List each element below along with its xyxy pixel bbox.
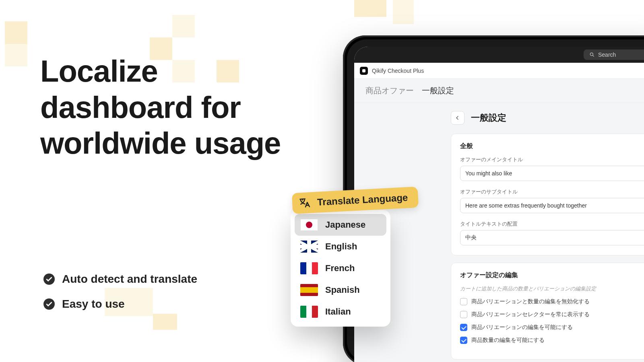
- feature-item: Easy to use: [43, 298, 197, 311]
- language-label: Japanese: [325, 220, 365, 230]
- breadcrumb-parent[interactable]: 商品オファー: [365, 85, 414, 96]
- checkbox-label: 商品バリエーションの編集を可能にする: [471, 324, 573, 331]
- offer-main-title-input[interactable]: [460, 166, 644, 181]
- flag-uk-icon: [300, 241, 318, 253]
- feature-item: Auto detect and translate: [43, 273, 197, 286]
- language-option-fr[interactable]: French: [295, 257, 386, 279]
- flag-es-icon: [300, 284, 318, 296]
- card-heading: 全般: [460, 142, 644, 150]
- language-picker: JapaneseEnglishFrenchSpanishItalian: [291, 210, 390, 327]
- back-button[interactable]: [451, 111, 464, 125]
- breadcrumb: 商品オファー 一般設定: [354, 79, 644, 103]
- checkbox[interactable]: [460, 337, 467, 344]
- checkbox-row[interactable]: 商品バリエーションの編集を可能にする: [460, 324, 644, 331]
- search-icon: [589, 52, 595, 58]
- language-option-it[interactable]: Italian: [295, 301, 386, 323]
- checkbox[interactable]: [460, 324, 467, 331]
- check-circle-icon: [43, 298, 55, 310]
- top-bar: Search: [354, 47, 644, 63]
- checkbox-label: 商品バリエーションと数量の編集を無効化する: [471, 298, 590, 305]
- card-heading: オファー設定の編集: [460, 271, 644, 280]
- general-settings-card: 全般 オファーのメインタイトル オファーのサブタイトル タイトルテキストの配置: [451, 134, 644, 255]
- checkbox[interactable]: [460, 311, 467, 318]
- search-placeholder: Search: [598, 51, 616, 58]
- language-option-es[interactable]: Spanish: [295, 279, 386, 301]
- feature-label: Easy to use: [62, 298, 125, 311]
- language-label: Spanish: [325, 285, 360, 295]
- app-icon: [360, 67, 368, 75]
- svg-point-2: [590, 53, 593, 56]
- checkbox[interactable]: [460, 298, 467, 305]
- language-label: French: [325, 263, 355, 274]
- translate-icon: [298, 197, 311, 210]
- app-title: Qikify Checkout Plus: [372, 68, 424, 74]
- check-circle-icon: [43, 274, 55, 285]
- field-label: オファーのサブタイトル: [460, 188, 644, 195]
- svg-line-3: [593, 56, 594, 57]
- translate-pill-label: Translate Language: [317, 192, 408, 208]
- search-input[interactable]: Search: [584, 49, 644, 60]
- language-label: Italian: [325, 306, 351, 317]
- language-label: English: [325, 241, 357, 252]
- edit-offer-card: オファー設定の編集 カートに追加した商品の数量とバリエーションの編集設定 商品バ…: [451, 263, 644, 360]
- checkbox-row[interactable]: 商品バリエーションと数量の編集を無効化する: [460, 298, 644, 305]
- checkbox-row[interactable]: 商品バリエーションセレクターを常に表示する: [460, 311, 644, 318]
- page-title: 一般設定: [471, 112, 506, 124]
- flag-jp-icon: [300, 219, 318, 231]
- breadcrumb-current: 一般設定: [422, 85, 454, 96]
- checkbox-label: 商品数量の編集を可能にする: [471, 337, 545, 344]
- language-option-uk[interactable]: English: [295, 236, 386, 257]
- app-bar: Qikify Checkout Plus: [354, 63, 644, 79]
- arrow-left-icon: [455, 115, 460, 121]
- card-hint: カートに追加した商品の数量とバリエーションの編集設定: [460, 285, 644, 292]
- hero-headline: Localize dashboard for worldwide usage: [40, 53, 290, 161]
- title-alignment-select[interactable]: [460, 230, 644, 245]
- flag-fr-icon: [300, 262, 318, 274]
- flag-it-icon: [300, 306, 318, 318]
- checkbox-label: 商品バリエーションセレクターを常に表示する: [471, 311, 590, 318]
- field-label: タイトルテキストの配置: [460, 220, 644, 228]
- language-option-jp[interactable]: Japanese: [295, 214, 386, 236]
- feature-label: Auto detect and translate: [62, 273, 197, 286]
- offer-sub-title-input[interactable]: [460, 198, 644, 213]
- feature-list: Auto detect and translate Easy to use: [43, 273, 197, 323]
- checkbox-row[interactable]: 商品数量の編集を可能にする: [460, 337, 644, 344]
- field-label: オファーのメインタイトル: [460, 156, 644, 163]
